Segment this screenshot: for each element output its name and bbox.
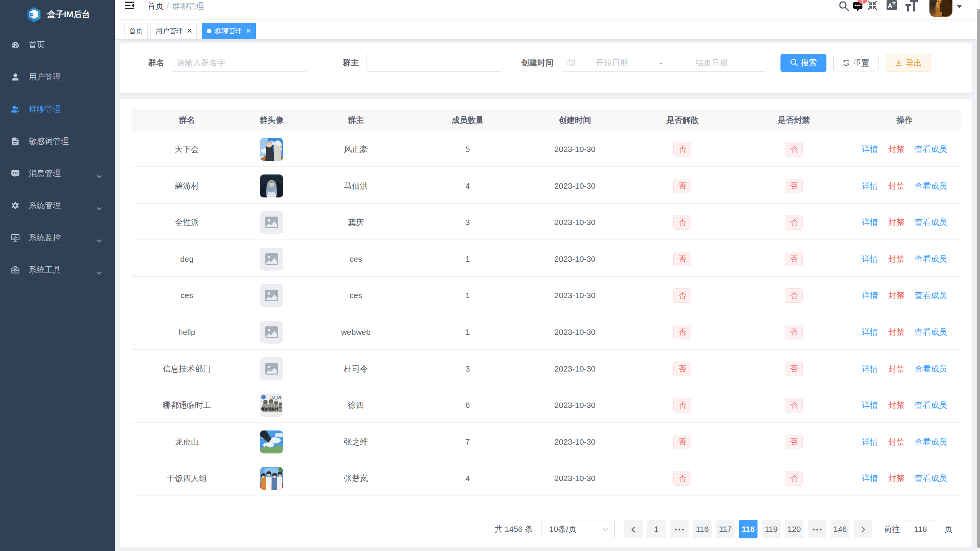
svg-text:文: 文: [892, 1, 896, 6]
svg-text:哪都通临时工: 哪都通临时工: [261, 407, 282, 411]
svg-text:(O_O): (O_O): [270, 395, 281, 399]
